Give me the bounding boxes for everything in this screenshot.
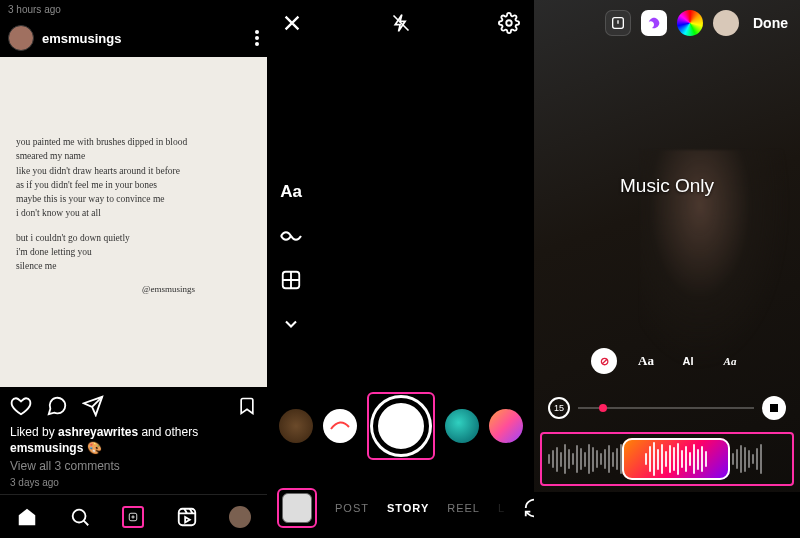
poem-stanza-2: but i couldn't go down quietly i'm done …: [16, 231, 251, 274]
caption-text: 🎨: [87, 441, 102, 455]
waveform-bar: [752, 454, 754, 464]
like-icon[interactable]: [10, 395, 32, 417]
report-icon[interactable]: [605, 10, 631, 36]
waveform-bar: [584, 452, 586, 467]
poem-line: you painted me with brushes dipped in bl…: [16, 135, 251, 149]
liked-by[interactable]: Liked by ashreyawrites and others: [0, 425, 267, 439]
close-icon[interactable]: [281, 12, 303, 34]
settings-icon[interactable]: [498, 12, 520, 34]
camera-top-bar: [267, 0, 534, 34]
layout-icon[interactable]: [279, 268, 303, 292]
lyric-style-serif[interactable]: Aa: [633, 348, 659, 374]
waveform-bar: [760, 444, 762, 474]
waveform-bar: [560, 452, 562, 467]
waveform-bar: [580, 448, 582, 471]
gallery-highlight: [277, 488, 317, 528]
cancel-style-icon[interactable]: ⊘: [591, 348, 617, 374]
waveform-bar: [608, 445, 610, 473]
caption-username[interactable]: emsmusings: [10, 441, 83, 455]
stop-button[interactable]: [762, 396, 786, 420]
liked-by-suffix: and others: [138, 425, 198, 439]
waveform-bar: [568, 449, 570, 469]
camera-mode-row: POST STORY REEL L: [267, 488, 534, 528]
text-tool-icon[interactable]: Aa: [279, 180, 303, 204]
story-camera-panel: Aa POST STORY REEL L: [267, 0, 534, 538]
gallery-thumb[interactable]: [282, 493, 312, 523]
timeline-handle[interactable]: [599, 404, 607, 412]
shutter-highlight: [367, 392, 435, 460]
search-icon[interactable]: [69, 506, 91, 528]
mode-story[interactable]: STORY: [387, 502, 429, 514]
waveform-bar: [596, 450, 598, 468]
duration-button[interactable]: 15: [548, 397, 570, 419]
poem-line: but i couldn't go down quietly: [16, 231, 251, 245]
done-button[interactable]: Done: [753, 15, 788, 31]
filter-option[interactable]: [489, 409, 523, 443]
music-display-mode-label[interactable]: Music Only: [534, 175, 800, 197]
waveform-bar: [576, 445, 578, 473]
create-icon[interactable]: [122, 506, 144, 528]
waveform-bar: [732, 453, 734, 466]
lyric-style-cursive[interactable]: Aa: [717, 348, 743, 374]
lyric-style-condensed[interactable]: AI: [675, 348, 701, 374]
waveform-bar: [744, 447, 746, 472]
svg-point-3: [73, 509, 86, 522]
profile-avatar[interactable]: [713, 10, 739, 36]
previous-post-timestamp: 3 hours ago: [0, 0, 267, 19]
poem-signature: @emsmusings: [86, 283, 251, 297]
post-header: emsmusings: [0, 19, 267, 57]
camera-side-tools: Aa: [279, 180, 303, 336]
liked-by-user[interactable]: ashreyawrites: [58, 425, 138, 439]
waveform-bar: [588, 444, 590, 474]
share-icon[interactable]: [82, 395, 104, 417]
poem-stanza-1: you painted me with brushes dipped in bl…: [16, 135, 251, 221]
svg-point-1: [255, 36, 259, 40]
chevron-down-icon[interactable]: [279, 312, 303, 336]
waveform-bar: [572, 453, 574, 466]
boomerang-icon[interactable]: [279, 224, 303, 248]
filter-option[interactable]: [323, 409, 357, 443]
post-timestamp: 3 days ago: [0, 475, 267, 494]
bookmark-icon[interactable]: [237, 396, 257, 416]
liked-by-prefix: Liked by: [10, 425, 58, 439]
mode-post[interactable]: POST: [335, 502, 369, 514]
post-actions: [0, 387, 267, 425]
lyric-style-row: ⊘ Aa AI Aa: [534, 348, 800, 374]
home-icon[interactable]: [16, 506, 38, 528]
waveform-bar: [564, 444, 566, 474]
reels-icon[interactable]: [176, 506, 198, 528]
waveform-bar: [604, 449, 606, 469]
view-comments-link[interactable]: View all 3 comments: [0, 457, 267, 475]
shutter-button[interactable]: [373, 398, 429, 454]
filter-option[interactable]: [445, 409, 479, 443]
clip-timeline: 15: [534, 396, 800, 420]
filter-carousel[interactable]: [267, 392, 534, 460]
poem-line: like you didn't draw hearts around it be…: [16, 164, 251, 178]
mode-reel[interactable]: REEL: [447, 502, 480, 514]
selected-clip-window[interactable]: [622, 438, 730, 480]
color-picker-icon[interactable]: [677, 10, 703, 36]
mode-live[interactable]: L: [498, 502, 505, 514]
svg-rect-5: [179, 508, 196, 525]
filter-option[interactable]: [279, 409, 313, 443]
timeline-track[interactable]: [578, 407, 754, 409]
post-image[interactable]: you painted me with brushes dipped in bl…: [0, 57, 267, 387]
author-username[interactable]: emsmusings: [42, 31, 255, 46]
editor-top-bar: Done: [534, 0, 800, 46]
waveform-bar: [552, 450, 554, 468]
waveform-bar: [736, 449, 738, 469]
bottom-black-bar: [534, 492, 800, 538]
waveform-bar: [600, 453, 602, 466]
poem-line: silence me: [16, 259, 251, 273]
feed-panel: 3 hours ago emsmusings you painted me wi…: [0, 0, 267, 538]
waveform-bar: [548, 454, 550, 464]
comment-icon[interactable]: [46, 395, 68, 417]
svg-point-2: [255, 42, 259, 46]
flash-off-icon[interactable]: [390, 12, 412, 34]
post-more-menu[interactable]: [255, 30, 259, 46]
poem-line: as if you didn't feel me in your bones: [16, 178, 251, 192]
profile-avatar[interactable]: [229, 506, 251, 528]
music-scrubber[interactable]: [540, 432, 794, 486]
sticker-icon[interactable]: [641, 10, 667, 36]
author-avatar[interactable]: [8, 25, 34, 51]
